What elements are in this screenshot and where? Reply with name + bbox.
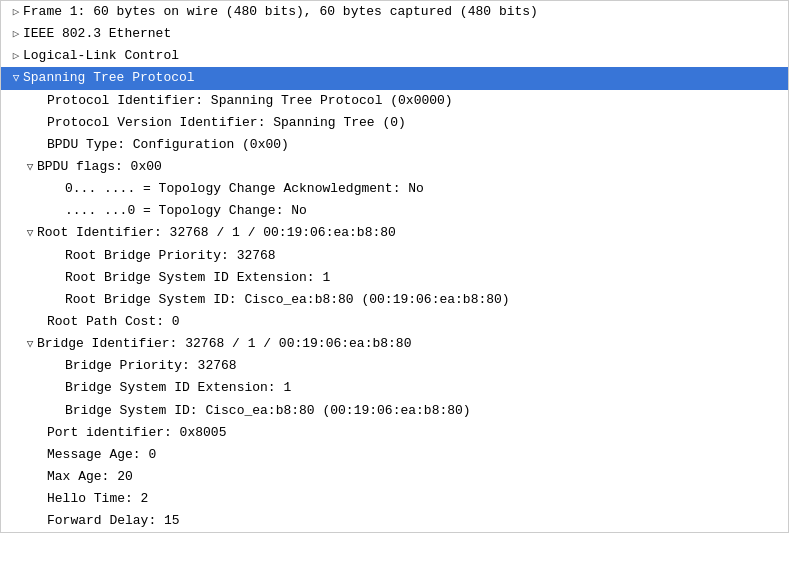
tree-row-text-bridge-priority: Bridge Priority: 32768 [65,356,237,376]
tree-row-stp[interactable]: ▽Spanning Tree Protocol [1,67,788,89]
tree-row-text-bridge-id: Bridge Identifier: 32768 / 1 / 00:19:06:… [37,334,411,354]
tree-row-text-bpdu-type: BPDU Type: Configuration (0x00) [47,135,289,155]
tree-row-root-bridge-priority[interactable]: Root Bridge Priority: 32768 [1,245,788,267]
tree-row-bpdu-type[interactable]: BPDU Type: Configuration (0x00) [1,134,788,156]
tree-row-proto-ver[interactable]: Protocol Version Identifier: Spanning Tr… [1,112,788,134]
tree-row-text-frame: Frame 1: 60 bytes on wire (480 bits), 60… [23,2,538,22]
tree-row-text-root-id: Root Identifier: 32768 / 1 / 00:19:06:ea… [37,223,396,243]
tree-toggle-ieee8023[interactable]: ▷ [9,27,23,41]
tree-row-text-hello-time: Hello Time: 2 [47,489,148,509]
tree-row-hello-time[interactable]: Hello Time: 2 [1,488,788,510]
tree-row-text-root-bridge-priority: Root Bridge Priority: 32768 [65,246,276,266]
tree-row-text-bridge-sysid: Bridge System ID: Cisco_ea:b8:80 (00:19:… [65,401,471,421]
tree-row-topo-change[interactable]: .... ...0 = Topology Change: No [1,200,788,222]
tree-row-text-root-bridge-sysid: Root Bridge System ID: Cisco_ea:b8:80 (0… [65,290,510,310]
packet-detail-tree: ▷Frame 1: 60 bytes on wire (480 bits), 6… [0,0,789,533]
tree-row-bridge-sysid[interactable]: Bridge System ID: Cisco_ea:b8:80 (00:19:… [1,400,788,422]
tree-row-text-topo-ack: 0... .... = Topology Change Acknowledgme… [65,179,424,199]
tree-toggle-bridge-id[interactable]: ▽ [23,337,37,351]
tree-row-port-id[interactable]: Port identifier: 0x8005 [1,422,788,444]
tree-row-root-path-cost[interactable]: Root Path Cost: 0 [1,311,788,333]
tree-toggle-llc[interactable]: ▷ [9,49,23,63]
tree-row-root-id[interactable]: ▽Root Identifier: 32768 / 1 / 00:19:06:e… [1,222,788,244]
tree-toggle-frame[interactable]: ▷ [9,5,23,19]
tree-toggle-stp[interactable]: ▽ [9,71,23,85]
tree-row-text-max-age: Max Age: 20 [47,467,133,487]
tree-row-text-proto-ver: Protocol Version Identifier: Spanning Tr… [47,113,406,133]
tree-row-root-bridge-sysid-ext[interactable]: Root Bridge System ID Extension: 1 [1,267,788,289]
tree-row-bpdu-flags[interactable]: ▽BPDU flags: 0x00 [1,156,788,178]
tree-row-text-fwd-delay: Forward Delay: 15 [47,511,180,531]
tree-row-llc[interactable]: ▷Logical-Link Control [1,45,788,67]
tree-row-text-root-bridge-sysid-ext: Root Bridge System ID Extension: 1 [65,268,330,288]
tree-row-text-root-path-cost: Root Path Cost: 0 [47,312,180,332]
tree-row-text-proto-id: Protocol Identifier: Spanning Tree Proto… [47,91,453,111]
tree-row-bridge-sysid-ext[interactable]: Bridge System ID Extension: 1 [1,377,788,399]
tree-row-ieee8023[interactable]: ▷IEEE 802.3 Ethernet [1,23,788,45]
tree-row-text-llc: Logical-Link Control [23,46,179,66]
tree-row-text-stp: Spanning Tree Protocol [23,68,195,88]
tree-row-msg-age[interactable]: Message Age: 0 [1,444,788,466]
tree-row-proto-id[interactable]: Protocol Identifier: Spanning Tree Proto… [1,90,788,112]
tree-row-topo-ack[interactable]: 0... .... = Topology Change Acknowledgme… [1,178,788,200]
tree-toggle-bpdu-flags[interactable]: ▽ [23,160,37,174]
tree-row-root-bridge-sysid[interactable]: Root Bridge System ID: Cisco_ea:b8:80 (0… [1,289,788,311]
tree-row-text-port-id: Port identifier: 0x8005 [47,423,226,443]
tree-row-text-ieee8023: IEEE 802.3 Ethernet [23,24,171,44]
tree-row-bridge-priority[interactable]: Bridge Priority: 32768 [1,355,788,377]
tree-row-text-bridge-sysid-ext: Bridge System ID Extension: 1 [65,378,291,398]
tree-row-text-msg-age: Message Age: 0 [47,445,156,465]
tree-row-frame[interactable]: ▷Frame 1: 60 bytes on wire (480 bits), 6… [1,1,788,23]
tree-row-text-topo-change: .... ...0 = Topology Change: No [65,201,307,221]
tree-row-bridge-id[interactable]: ▽Bridge Identifier: 32768 / 1 / 00:19:06… [1,333,788,355]
tree-row-fwd-delay[interactable]: Forward Delay: 15 [1,510,788,532]
tree-toggle-root-id[interactable]: ▽ [23,226,37,240]
tree-row-max-age[interactable]: Max Age: 20 [1,466,788,488]
tree-row-text-bpdu-flags: BPDU flags: 0x00 [37,157,162,177]
